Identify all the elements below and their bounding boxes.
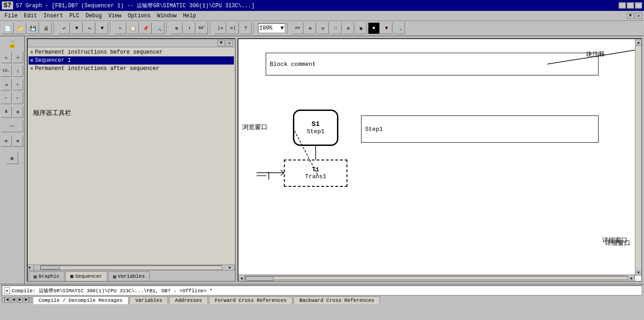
undo-arrow[interactable]: ▼ [71, 22, 83, 34]
nav-last[interactable]: ►| [24, 297, 32, 303]
browser-hscrollbar[interactable]: ◄ ► [28, 265, 235, 270]
zoom-combo[interactable]: 100% ▼ [258, 23, 285, 33]
tree-item-permanent-after[interactable]: ≡ Permanent instructions after sequencer [29, 65, 234, 73]
menu-debug[interactable]: Debug [83, 12, 104, 20]
hscroll-left[interactable]: ◄ [28, 265, 34, 270]
menu-edit[interactable]: Edit [21, 12, 40, 20]
step-label-box: Step1 [361, 115, 599, 143]
menu-insert[interactable]: Insert [41, 12, 66, 20]
tree-item-sequencer[interactable]: ⊞ Sequencer 1 [29, 56, 234, 65]
menu-plc[interactable]: PLC [67, 12, 82, 20]
status-tab-backward[interactable]: Backward Cross References [293, 296, 380, 304]
menu-file[interactable]: File [2, 12, 20, 20]
move-tool[interactable]: ↕ [13, 65, 24, 77]
print-button[interactable]: 🖨 [40, 22, 52, 34]
vscroll-up[interactable]: ▲ [635, 39, 642, 45]
hscroll-track[interactable] [40, 265, 222, 270]
view-btn8[interactable]: 🔍 [393, 22, 405, 34]
menu-window[interactable]: Window [154, 12, 179, 20]
help-btn[interactable]: ? [240, 22, 252, 34]
tree-item-permanent-before[interactable]: ≡ Permanent instructions before sequence… [29, 48, 234, 56]
nav-first[interactable]: |◄ [2, 297, 10, 303]
browser-close[interactable]: ✕ [226, 40, 233, 46]
view-btn7[interactable]: ■ [368, 22, 380, 34]
block-comment-box: Block comment [266, 53, 599, 75]
menu-help[interactable]: Help [180, 12, 199, 20]
new-button[interactable]: 📄 [2, 22, 14, 34]
browser-restore[interactable]: ▼ [218, 40, 225, 46]
menu-options[interactable]: Options [125, 12, 153, 20]
mdi-restore[interactable]: ▼ [627, 13, 634, 19]
trans-tool[interactable]: ⊞ [13, 106, 24, 118]
tab-sequencer[interactable]: ▦ Sequencer [65, 271, 107, 281]
hscroll-right[interactable]: ► [228, 265, 235, 270]
view-btn3[interactable]: ⊟ [317, 22, 329, 34]
status-tab-variables[interactable]: Variables [129, 296, 168, 304]
nav-right[interactable]: »| [227, 22, 239, 34]
hscroll-content-right[interactable]: ► [629, 275, 635, 281]
view-btn5[interactable]: ⊠ [342, 22, 354, 34]
menu-view[interactable]: View [105, 12, 124, 20]
status-tab-forward[interactable]: Forward Cross References [209, 296, 292, 304]
tab-variables-label: Variables [118, 274, 145, 279]
tool-g[interactable]: ⊞ [6, 152, 18, 164]
redo-button[interactable]: ↪ [84, 22, 95, 34]
select-tool[interactable]: ↖ [1, 51, 12, 63]
hscroll-content-left[interactable]: ◄ [238, 275, 245, 281]
menu-bar: File Edit Insert PLC Debug View Options … [0, 11, 644, 21]
nav-play[interactable]: ► [17, 297, 23, 303]
status-tab-backward-label: Backward Cross References [299, 298, 374, 303]
hscroll-thumb[interactable] [42, 266, 60, 270]
mdi-close[interactable]: ✕ [635, 13, 642, 19]
tab-sequencer-label: Sequencer [75, 274, 102, 279]
mode-btn[interactable]: 60' [196, 22, 208, 34]
line-tool[interactable]: —— [1, 120, 23, 132]
undo-button[interactable]: ↩ [58, 22, 70, 34]
compile-btn[interactable]: ⊞ [171, 22, 183, 34]
text-tool[interactable]: tS. [1, 65, 12, 77]
status-nav: |◄ ◄ ► ►| [2, 297, 32, 303]
maximize-button[interactable]: □ [627, 2, 634, 9]
step-tool[interactable]: S [1, 106, 12, 118]
status-close-icon[interactable]: ✕ [4, 287, 10, 294]
tool-c[interactable]: ⌐ [1, 92, 12, 104]
view-btn6[interactable]: ▦ [355, 22, 367, 34]
trans-box[interactable]: T1 Trans1 [284, 160, 347, 187]
annotation-detail: 详细窗口 [605, 239, 630, 247]
vscroll-down[interactable]: ▼ [635, 269, 642, 275]
tool-b[interactable]: ⊹ [13, 79, 24, 90]
tool-d[interactable]: ⌐ [13, 92, 24, 104]
open-button[interactable]: 📂 [15, 22, 26, 34]
download-btn[interactable]: ⬇ [183, 22, 195, 34]
close-button[interactable]: ✕ [635, 2, 642, 9]
save-button[interactable]: 💾 [27, 22, 39, 34]
trans-name: Trans1 [305, 173, 327, 180]
find-button[interactable]: 🔍 [153, 22, 164, 34]
step-box[interactable]: S1 Step1 [293, 110, 338, 146]
tab-graphic[interactable]: ▤ Graphic [29, 271, 64, 281]
status-tab-addresses[interactable]: Addresses [169, 296, 208, 304]
hscroll-content-thumb[interactable] [246, 276, 273, 281]
sep2 [110, 22, 113, 34]
zoom-arrow[interactable]: ▼ [281, 25, 284, 31]
view-btn2[interactable]: ⊞ [304, 22, 316, 34]
tool-f[interactable]: ⊞ [13, 135, 24, 147]
view-arrow[interactable]: ▼ [381, 22, 392, 34]
tool-a[interactable]: ⊿ [1, 79, 12, 90]
redo-arrow[interactable]: ▼ [96, 22, 108, 34]
minimize-button[interactable]: — [619, 2, 626, 9]
nav-prev[interactable]: ◄ [11, 297, 16, 303]
status-tab-compile[interactable]: Compile / Decompile Messages [33, 296, 129, 304]
paste-button[interactable]: 📌 [140, 22, 152, 34]
cut-button[interactable]: ✂ [114, 22, 126, 34]
view-btn1[interactable]: ≡≡ [292, 22, 303, 34]
tab-variables-icon: ▤ [113, 274, 116, 280]
nav-left[interactable]: |« [214, 22, 226, 34]
tab-variables[interactable]: ▤ Variables [108, 271, 150, 281]
vscroll-track[interactable] [635, 45, 641, 269]
copy-button[interactable]: 📋 [127, 22, 139, 34]
tool-e[interactable]: ⊣⊢ [1, 135, 12, 147]
connect-tool[interactable]: ⊹ [13, 51, 24, 63]
view-btn4[interactable]: □ [330, 22, 342, 34]
hscroll-content-track[interactable] [246, 276, 628, 280]
